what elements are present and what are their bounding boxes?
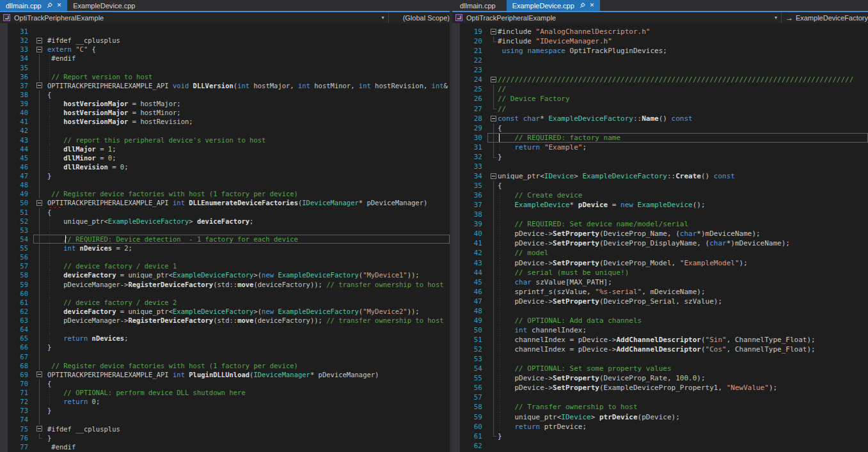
line-number[interactable]: 46 xyxy=(0,162,28,171)
code-text[interactable]: // REQUIRED: Set device name/model/seria… xyxy=(498,219,868,229)
line-number[interactable]: 30 xyxy=(452,133,482,143)
code-text[interactable]: { xyxy=(498,123,868,133)
code-text[interactable]: // xyxy=(498,104,868,114)
code-text[interactable]: // report this peripheral device's versi… xyxy=(47,136,450,144)
code-text[interactable]: pDevice->SetProperty(DeviceProp_Rate, 10… xyxy=(498,373,868,383)
code-text[interactable]: #endif xyxy=(47,54,450,63)
code-text[interactable]: #include "AnalogChannelDescriptor.h" xyxy=(498,27,868,36)
code-text[interactable] xyxy=(47,325,450,334)
code-text[interactable] xyxy=(498,441,868,451)
line-number[interactable]: 31 xyxy=(0,27,28,36)
line-number[interactable]: 60 xyxy=(0,289,28,298)
line-number[interactable]: 67 xyxy=(0,352,28,361)
line-number[interactable]: 45 xyxy=(452,277,482,287)
line-number[interactable]: 33 xyxy=(0,45,28,54)
code-text[interactable]: hostVersionMajor = hostMajor; xyxy=(47,99,450,108)
fold-toggle-icon[interactable] xyxy=(36,38,42,43)
line-number[interactable]: 56 xyxy=(452,383,482,393)
code-text[interactable] xyxy=(47,352,450,361)
code-text[interactable]: // Transfer ownership to host xyxy=(498,402,868,412)
line-number[interactable]: 39 xyxy=(452,219,482,229)
line-number[interactable]: 41 xyxy=(452,238,482,248)
line-number[interactable]: 51 xyxy=(0,208,28,217)
line-number[interactable]: 29 xyxy=(452,123,482,133)
line-number[interactable]: 48 xyxy=(0,180,28,189)
line-number[interactable]: 63 xyxy=(0,316,28,325)
project-dropdown[interactable]: OptiTrackPeripheralExample xyxy=(14,14,104,22)
code-text[interactable] xyxy=(498,56,868,65)
code-text[interactable]: sprintf_s(szValue, "%s-serial", mDeviceN… xyxy=(498,287,868,297)
code-text[interactable]: unique_ptr<ExampleDeviceFactory> deviceF… xyxy=(47,217,450,226)
line-number[interactable]: 25 xyxy=(452,84,482,94)
code-text[interactable] xyxy=(498,393,868,402)
line-number[interactable]: 45 xyxy=(0,153,28,162)
chevron-down-icon[interactable]: ▾ xyxy=(382,15,384,20)
line-number[interactable]: 72 xyxy=(0,397,28,406)
fold-toggle-icon[interactable] xyxy=(36,426,42,432)
line-number[interactable]: 41 xyxy=(0,117,28,126)
line-number[interactable]: 59 xyxy=(452,412,482,422)
code-text[interactable]: return nDevices; xyxy=(47,334,450,343)
code-text[interactable]: // Report version to host xyxy=(47,72,450,81)
code-text[interactable]: dllRevision = 0; xyxy=(47,162,450,171)
code-text[interactable]: OPTITRACKPERIPHERALEXAMPLE_API int DLLEn… xyxy=(47,198,450,207)
line-number[interactable]: 39 xyxy=(0,99,28,108)
code-text[interactable]: // OPTIONAL: perform device DLL shutdown… xyxy=(47,388,450,397)
line-number[interactable]: 53 xyxy=(0,226,28,235)
line-number[interactable]: 33 xyxy=(452,162,482,171)
line-number[interactable]: 53 xyxy=(452,354,482,364)
code-text[interactable] xyxy=(47,226,450,235)
code-text[interactable]: pDevice->SetProperty(DeviceProp_Model, "… xyxy=(498,258,868,268)
line-number[interactable]: 62 xyxy=(0,307,28,316)
fold-toggle-icon[interactable] xyxy=(491,77,496,82)
code-text[interactable]: hostVersionMajor = hostMinor; xyxy=(47,108,450,117)
line-number[interactable]: 64 xyxy=(0,325,28,334)
code-text[interactable] xyxy=(498,162,868,171)
code-text[interactable]: // REQUIRED: Device detection - 1 factor… xyxy=(47,235,450,244)
line-number[interactable]: 52 xyxy=(0,217,28,226)
code-text[interactable]: channelIndex = pDevice->AddChannelDescri… xyxy=(498,345,868,354)
code-text[interactable]: const char* ExampleDeviceFactory::Name()… xyxy=(498,114,868,123)
line-number[interactable]: 48 xyxy=(452,306,482,316)
code-text[interactable] xyxy=(47,126,450,135)
line-number[interactable]: 61 xyxy=(0,298,28,307)
line-number[interactable]: 43 xyxy=(0,136,28,144)
code-text[interactable]: ExampleDevice* pDevice = new ExampleDevi… xyxy=(498,200,868,210)
code-text[interactable]: using namespace OptiTrackPluginDevices; xyxy=(498,46,868,56)
code-text[interactable] xyxy=(47,180,450,189)
line-number[interactable]: 76 xyxy=(0,433,28,442)
line-number[interactable]: 65 xyxy=(0,334,28,343)
tab-exampledevice[interactable]: ExampleDevice.cpp xyxy=(67,0,141,11)
tab-dllmain[interactable]: dllmain.cpp xyxy=(454,0,501,11)
line-number[interactable]: 44 xyxy=(0,144,28,153)
line-number[interactable]: 56 xyxy=(0,253,28,261)
code-text[interactable]: OPTITRACKPERIPHERALEXAMPLE_API void DLLV… xyxy=(47,81,450,90)
line-number[interactable]: 42 xyxy=(452,248,482,258)
line-number[interactable]: 49 xyxy=(452,316,482,325)
line-number[interactable]: 58 xyxy=(452,402,482,412)
fold-toggle-icon[interactable] xyxy=(36,371,42,377)
code-text[interactable] xyxy=(498,306,868,316)
code-text[interactable]: return "Example"; xyxy=(498,143,868,152)
line-number[interactable]: 75 xyxy=(0,425,28,433)
code-text[interactable]: } xyxy=(47,171,450,180)
line-number[interactable]: 32 xyxy=(452,152,482,162)
line-number[interactable]: 77 xyxy=(0,442,28,451)
line-number[interactable]: 43 xyxy=(452,258,482,268)
code-text[interactable]: dllMinor = 0; xyxy=(47,153,450,162)
line-number[interactable]: 42 xyxy=(0,126,28,135)
line-number[interactable]: 54 xyxy=(452,364,482,373)
code-text[interactable] xyxy=(498,65,868,75)
code-text[interactable]: // xyxy=(498,84,868,94)
code-text[interactable]: } xyxy=(47,406,450,415)
line-number[interactable]: 19 xyxy=(452,27,482,36)
code-text[interactable]: return 0; xyxy=(47,397,450,406)
line-number[interactable]: 24 xyxy=(452,75,482,84)
line-number[interactable]: 62 xyxy=(452,441,482,451)
code-editor-exampledevice[interactable]: 19#include "AnalogChannelDescriptor.h"20… xyxy=(452,23,868,452)
line-number[interactable]: 34 xyxy=(0,54,28,63)
line-number[interactable]: 74 xyxy=(0,415,28,424)
code-text[interactable]: // Device Factory xyxy=(498,94,868,104)
line-number[interactable]: 57 xyxy=(452,393,482,402)
line-number[interactable]: 49 xyxy=(0,189,28,198)
